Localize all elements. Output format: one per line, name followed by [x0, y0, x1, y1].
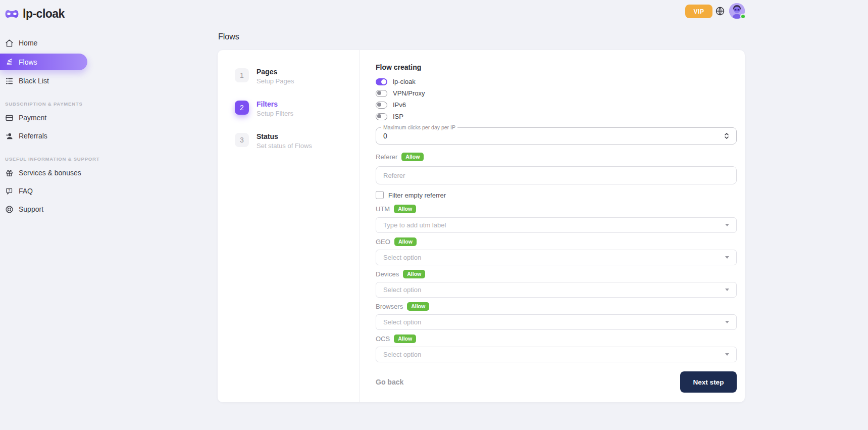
select-placeholder: Select option	[383, 286, 421, 294]
sidebar-item-black-list[interactable]: Black List	[0, 72, 87, 90]
max-clicks-field[interactable]: Maximum clicks per day per IP	[376, 127, 737, 145]
sidebar-section-support: USEFUL INFORMATION & SUPPORT	[5, 156, 82, 162]
filters-form: Flow creating lp-cloak VPN/Proxy IPv6 IS…	[360, 50, 745, 402]
ocs-label: OCS	[376, 335, 390, 343]
sidebar-item-referrals[interactable]: Referrals	[0, 127, 87, 145]
go-back-link[interactable]: Go back	[376, 378, 403, 386]
brand-logo[interactable]: lp-cloak	[0, 0, 87, 21]
lifebuoy-icon	[5, 205, 14, 214]
chevron-down-icon	[725, 353, 729, 356]
chevron-down-icon	[725, 224, 729, 226]
home-icon	[5, 39, 14, 47]
referer-input[interactable]	[376, 166, 737, 184]
question-bubble-icon: ?	[5, 187, 14, 196]
ocs-label-row: OCS Allow	[376, 334, 737, 343]
sidebar-item-faq[interactable]: ? FAQ	[0, 182, 87, 200]
step-title: Filters	[257, 101, 293, 108]
person-add-icon	[5, 132, 14, 140]
geo-label-row: GEO Allow	[376, 237, 737, 246]
utm-label: UTM	[376, 205, 390, 213]
step-number: 1	[235, 68, 249, 82]
geo-allow-badge[interactable]: Allow	[394, 237, 417, 246]
sidebar: lp-cloak Home Flows Black List SUBSCRIPT…	[0, 0, 87, 430]
toggle-label: lp-cloak	[393, 78, 416, 85]
ocs-select[interactable]: Select option	[376, 347, 737, 362]
step-pages[interactable]: 1 Pages Setup Pages	[235, 68, 360, 85]
vip-button[interactable]: VIP	[685, 5, 712, 18]
toggle-row-isp[interactable]: ISP	[376, 113, 737, 120]
ipv6-toggle[interactable]	[376, 102, 387, 109]
sidebar-item-services[interactable]: Services & bonuses	[0, 164, 87, 182]
toggle-label: VPN/Proxy	[393, 89, 425, 97]
section-label-text: USEFUL INFORMATION & SUPPORT	[5, 156, 99, 162]
step-status[interactable]: 3 Status Set status of Flows	[235, 133, 360, 150]
toggle-row-vpn-proxy[interactable]: VPN/Proxy	[376, 89, 737, 97]
step-subtitle: Set status of Flows	[257, 142, 312, 150]
toggle-label: IPv6	[393, 101, 406, 109]
form-title: Flow creating	[376, 63, 737, 71]
select-placeholder: Select option	[383, 254, 421, 261]
sidebar-item-label: Referrals	[19, 132, 47, 140]
language-globe-icon[interactable]	[715, 6, 725, 16]
utm-select[interactable]: Type to add utm label	[376, 217, 737, 233]
sidebar-nav: Home Flows Black List SUBSCRIPTION & PAY…	[0, 34, 87, 218]
user-avatar[interactable]	[729, 3, 745, 19]
gift-icon	[5, 169, 14, 177]
toggle-knob	[377, 114, 381, 118]
step-subtitle: Setup Pages	[257, 77, 294, 85]
section-label-text: SUBSCRIPTION & PAYMENTS	[5, 101, 83, 107]
chevron-down-icon	[725, 321, 729, 323]
sidebar-item-support[interactable]: Support	[0, 200, 87, 218]
form-footer: Go back Next step	[376, 371, 737, 393]
sidebar-item-payment[interactable]: Payment	[0, 109, 87, 127]
next-step-button[interactable]: Next step	[680, 371, 737, 393]
sidebar-item-flows[interactable]: Flows	[0, 54, 87, 70]
sidebar-item-home[interactable]: Home	[0, 34, 87, 52]
svg-text:?: ?	[8, 188, 10, 192]
sidebar-item-label: Home	[19, 39, 37, 47]
vpn-proxy-toggle[interactable]	[376, 90, 387, 97]
devices-select[interactable]: Select option	[376, 282, 737, 298]
filter-empty-referrer-checkbox[interactable]	[376, 191, 384, 199]
sidebar-item-label: Services & bonuses	[19, 169, 81, 177]
geo-label: GEO	[376, 238, 390, 246]
layers-icon	[5, 58, 14, 66]
step-number: 2	[235, 101, 249, 115]
sidebar-item-label: Black List	[19, 77, 49, 85]
toggle-label: ISP	[393, 113, 403, 120]
sidebar-section-subscription: SUBSCRIPTION & PAYMENTS	[5, 101, 82, 107]
lp-cloak-toggle[interactable]	[376, 78, 387, 85]
step-title: Pages	[257, 68, 294, 76]
browsers-allow-badge[interactable]: Allow	[407, 302, 429, 311]
referer-allow-badge[interactable]: Allow	[401, 153, 424, 161]
max-clicks-input[interactable]	[383, 132, 724, 140]
sidebar-item-label: Payment	[19, 114, 46, 122]
geo-select[interactable]: Select option	[376, 250, 737, 265]
step-subtitle: Setup Filters	[257, 110, 293, 117]
sidebar-item-label: Support	[19, 205, 43, 213]
step-filters[interactable]: 2 Filters Setup Filters	[235, 101, 360, 117]
referer-label-row: Referer Allow	[376, 152, 737, 161]
flow-creating-card: 1 Pages Setup Pages 2 Filters Setup Filt…	[218, 50, 745, 402]
isp-toggle[interactable]	[376, 113, 387, 120]
utm-allow-badge[interactable]: Allow	[394, 205, 416, 213]
sidebar-item-label: Flows	[19, 58, 37, 66]
toggle-group: lp-cloak VPN/Proxy IPv6 ISP	[376, 78, 737, 120]
filter-empty-referrer-row[interactable]: Filter empty referrer	[376, 191, 737, 199]
chevron-down-icon	[725, 256, 729, 259]
devices-label: Devices	[376, 270, 399, 278]
browsers-label-row: Browsers Allow	[376, 302, 737, 311]
utm-label-row: UTM Allow	[376, 204, 737, 213]
utm-placeholder: Type to add utm label	[383, 221, 446, 229]
devices-allow-badge[interactable]: Allow	[403, 270, 425, 278]
ocs-allow-badge[interactable]: Allow	[394, 335, 416, 343]
toggle-knob	[381, 79, 386, 84]
browsers-label: Browsers	[376, 303, 403, 310]
toggle-row-lp-cloak[interactable]: lp-cloak	[376, 78, 737, 85]
checkbox-label: Filter empty referrer	[388, 192, 446, 199]
browsers-select[interactable]: Select option	[376, 314, 737, 330]
max-clicks-label: Maximum clicks per day per IP	[381, 124, 457, 130]
toggle-row-ipv6[interactable]: IPv6	[376, 101, 737, 109]
toggle-knob	[377, 91, 381, 95]
number-stepper-icon[interactable]	[724, 132, 729, 139]
